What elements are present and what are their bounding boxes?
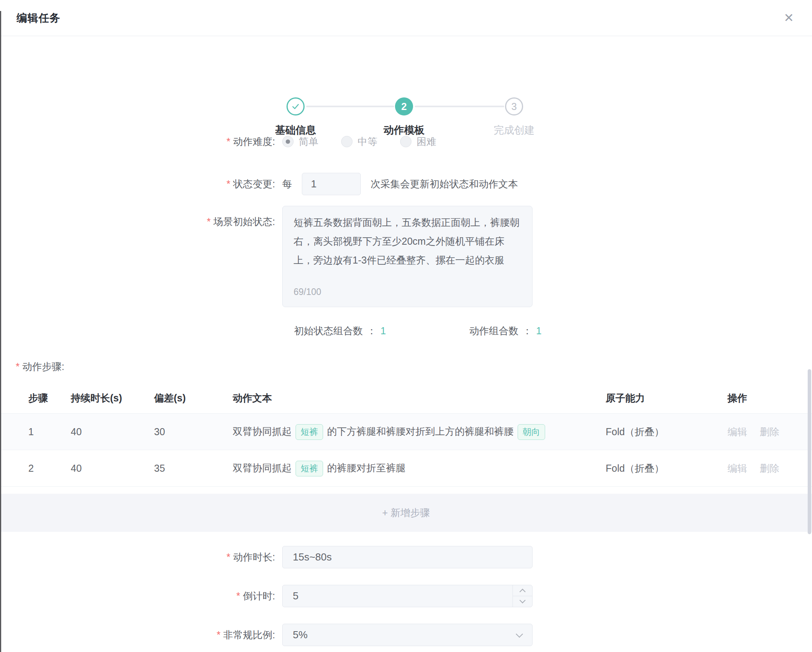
duration-input[interactable]: 15s~80s (282, 546, 533, 568)
cell-action-text: 双臂协同抓起短裤的裤腰对折至裤腿 (233, 460, 606, 476)
unusual-ratio-row: *非常规比例: 5% (0, 624, 812, 646)
chevron-up-icon (520, 589, 526, 595)
cell-deviation: 35 (154, 463, 233, 474)
cell-duration: 40 (71, 463, 154, 474)
radio-icon (341, 136, 353, 147)
edit-link[interactable]: 编辑 (727, 462, 747, 475)
cell-ability: Fold（折叠） (606, 425, 727, 438)
table-row: 2 40 35 双臂协同抓起短裤的裤腰对折至裤腿 Fold（折叠） 编辑 删除 (0, 450, 812, 487)
dialog-header: 编辑任务 ✕ (0, 0, 812, 36)
state-change-label: *状态变更: (0, 178, 275, 190)
decrement-button[interactable] (513, 596, 532, 607)
cell-step: 2 (28, 463, 71, 474)
unusual-ratio-label: *非常规比例: (0, 628, 275, 641)
cell-step: 1 (28, 426, 71, 438)
col-header-deviation: 偏差(s) (154, 392, 233, 405)
cell-deviation: 30 (154, 426, 233, 438)
state-change-row: *状态变更: 每 1 次采集会更新初始状态和动作文本 (0, 173, 812, 195)
stepper-line-1 (306, 106, 394, 107)
duration-row: *动作时长: 15s~80s (0, 546, 812, 568)
col-header-duration: 持续时长(s) (71, 392, 154, 405)
step-label-finish-create: 完成创建 (475, 123, 553, 137)
step-label-action-template: 动作模板 (365, 123, 443, 137)
duration-label: *动作时长: (0, 551, 275, 564)
table-header-row: 步骤 持续时长(s) 偏差(s) 动作文本 原子能力 操作 (0, 383, 812, 413)
initial-state-text: 短裤五条数据背面朝上，五条数据正面朝上，裤腰朝右，离头部视野下方至少20cm之外… (294, 217, 520, 266)
edit-link[interactable]: 编辑 (727, 425, 747, 438)
increment-button[interactable] (513, 585, 532, 596)
required-asterisk: * (226, 551, 230, 562)
close-icon[interactable]: ✕ (784, 12, 794, 24)
col-header-text: 动作文本 (233, 392, 606, 405)
initial-combo-value: 1 (380, 325, 386, 337)
action-combo-value: 1 (536, 325, 542, 337)
required-asterisk: * (16, 361, 20, 372)
chevron-down-icon (516, 630, 523, 637)
step-1-check-icon (287, 97, 305, 115)
required-asterisk: * (226, 136, 230, 147)
step-label-basic-info: 基础信息 (256, 123, 335, 137)
stepper: 2 3 基础信息 动作模板 完成创建 (0, 49, 812, 104)
col-header-actions: 操作 (727, 392, 802, 405)
required-asterisk: * (217, 629, 220, 640)
cell-actions: 编辑 删除 (727, 425, 802, 438)
unusual-ratio-select[interactable]: 5% (282, 624, 533, 646)
action-steps-section-label: *动作步骤: (0, 360, 812, 373)
countdown-label: *倒计时: (0, 590, 275, 603)
col-header-ability: 原子能力 (606, 392, 727, 405)
dialog-title: 编辑任务 (17, 11, 61, 25)
edit-task-dialog: { "colors": { "accent": "#53bfb1", "requ… (0, 0, 812, 652)
initial-state-textarea[interactable]: 短裤五条数据背面朝上，五条数据正面朝上，裤腰朝右，离头部视野下方至少20cm之外… (282, 206, 533, 307)
cell-action-text: 双臂协同抓起短裤的下方裤腿和裤腰对折到上方的裤腿和裤腰朝向 (233, 423, 606, 440)
delete-link[interactable]: 删除 (760, 425, 779, 438)
initial-state-row: *场景初始状态: 短裤五条数据背面朝上，五条数据正面朝上，裤腰朝右，离头部视野下… (0, 206, 812, 307)
initial-state-label: *场景初始状态: (0, 206, 275, 228)
state-change-prefix: 每 (282, 178, 292, 190)
required-asterisk: * (207, 216, 211, 227)
window-left-edge (0, 11, 1, 652)
cell-duration: 40 (71, 426, 154, 438)
col-header-step: 步骤 (28, 392, 71, 405)
action-steps-table: 步骤 持续时长(s) 偏差(s) 动作文本 原子能力 操作 1 40 30 双臂… (0, 383, 812, 532)
cell-ability: Fold（折叠） (606, 462, 727, 475)
cell-actions: 编辑 删除 (727, 462, 802, 475)
table-row: 1 40 30 双臂协同抓起短裤的下方裤腿和裤腰对折到上方的裤腿和裤腰朝向 Fo… (0, 413, 812, 450)
required-asterisk: * (236, 590, 240, 601)
step-2-indicator: 2 (395, 97, 413, 115)
state-change-input[interactable]: 1 (302, 173, 361, 195)
initial-combo-count: 初始状态组合数 ： 1 (294, 324, 386, 337)
scrollbar-thumb[interactable] (808, 369, 811, 534)
step-3-indicator: 3 (505, 97, 523, 115)
difficulty-label: *动作难度: (0, 135, 275, 148)
orientation-tag: 朝向 (518, 424, 545, 440)
object-tag: 短裤 (296, 461, 323, 476)
number-stepper (513, 585, 532, 607)
object-tag: 短裤 (296, 424, 323, 440)
char-counter: 69/100 (294, 282, 321, 301)
countdown-row: *倒计时: 5 (0, 585, 812, 607)
delete-link[interactable]: 删除 (760, 462, 779, 475)
required-asterisk: * (226, 178, 230, 189)
chevron-down-icon (520, 597, 526, 604)
add-step-button[interactable]: + 新增步骤 (0, 494, 812, 532)
radio-icon-selected (282, 136, 294, 147)
stepper-line-2 (415, 106, 504, 107)
combos-row: 初始状态组合数 ： 1 动作组合数 ： 1 (0, 324, 812, 337)
state-change-suffix: 次采集会更新初始状态和动作文本 (371, 178, 518, 190)
action-combo-count: 动作组合数 ： 1 (469, 324, 542, 337)
radio-icon (400, 136, 412, 147)
countdown-input[interactable]: 5 (282, 585, 533, 607)
